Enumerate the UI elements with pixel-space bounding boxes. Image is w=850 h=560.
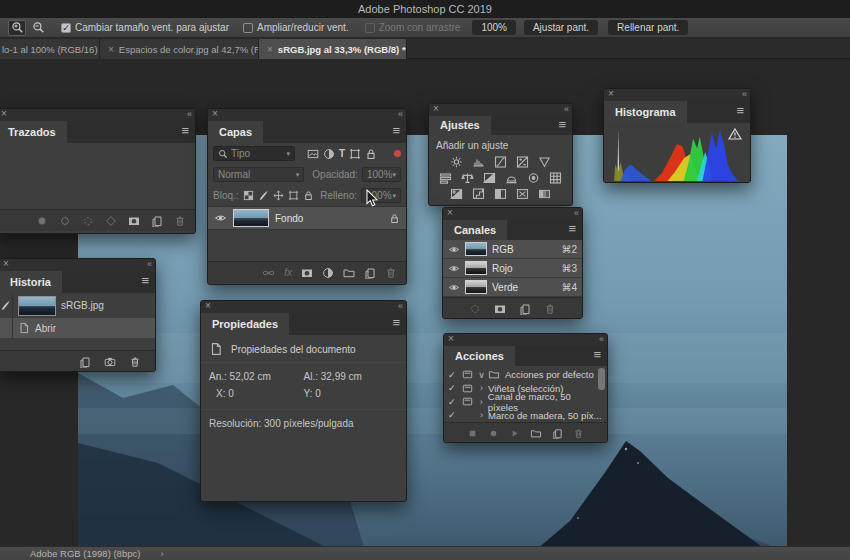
new-layer-icon[interactable] [364, 267, 376, 279]
adjustment-threshold-icon[interactable] [493, 188, 508, 200]
tab-historia[interactable]: Historia [0, 271, 62, 293]
chevron-right-icon[interactable]: › [475, 397, 488, 407]
collapse-icon[interactable]: « [398, 108, 402, 120]
delete-layer-icon[interactable] [385, 267, 397, 279]
channel-row-verde[interactable]: Verde ⌘4 [443, 278, 582, 297]
adjustment-hue-saturation-icon[interactable] [438, 172, 453, 184]
blend-mode-select[interactable]: Normal ▾ [213, 167, 304, 182]
zoom-in-tool-button[interactable] [8, 20, 26, 36]
begin-recording-icon[interactable] [488, 428, 499, 439]
new-action-set-icon[interactable] [530, 428, 542, 439]
panel-menu-icon[interactable]: ≡ [392, 121, 400, 141]
add-layer-mask-icon[interactable] [301, 267, 313, 279]
lock-all-icon[interactable] [303, 190, 314, 201]
document-tab-2[interactable]: × Espacios de color.jpg al 42,7% (RGB/8) [100, 39, 259, 59]
history-brush-icon[interactable] [0, 293, 13, 318]
new-snapshot-icon[interactable] [104, 356, 116, 368]
adjustment-vibrance-icon[interactable] [537, 156, 552, 168]
checkbox-unchecked-icon[interactable] [243, 23, 253, 33]
zoom-out-tool-button[interactable] [29, 20, 47, 36]
panel-menu-icon[interactable]: ≡ [558, 116, 566, 133]
tab-trazados[interactable]: Trazados [0, 121, 67, 143]
layer-row-fondo[interactable]: Fondo [208, 206, 406, 230]
adjustment-posterize-icon[interactable] [471, 188, 486, 200]
stroke-path-icon[interactable] [59, 215, 71, 227]
lock-position-icon[interactable] [273, 190, 284, 201]
stop-playing-icon[interactable] [467, 428, 478, 439]
close-icon[interactable]: × [212, 108, 218, 120]
actions-scrollbar[interactable] [598, 368, 605, 390]
adjustment-black-white-icon[interactable] [482, 172, 497, 184]
collapse-icon[interactable]: « [147, 258, 151, 270]
resize-windows-option[interactable]: ✓ Cambiar tamaño vent. para ajustar [61, 22, 229, 33]
filter-toggle-icon[interactable] [394, 150, 401, 157]
adjustment-curves-icon[interactable] [493, 156, 508, 168]
history-item-snapshot[interactable]: sRGB.jpg [0, 293, 155, 318]
adjustment-invert-icon[interactable] [449, 188, 464, 200]
filter-shape-layers-icon[interactable] [349, 148, 361, 160]
save-selection-as-channel-icon[interactable] [494, 303, 506, 315]
snapshot-thumbnail[interactable] [18, 296, 56, 316]
panel-menu-icon[interactable]: ≡ [593, 346, 601, 364]
new-channel-icon[interactable] [519, 303, 531, 315]
layer-visibility-eye-icon[interactable] [214, 212, 227, 224]
lock-artboard-icon[interactable] [288, 190, 299, 201]
close-icon[interactable]: × [3, 258, 9, 270]
history-item-open[interactable]: Abrir [0, 318, 155, 338]
adjustment-color-balance-icon[interactable] [460, 172, 475, 184]
channel-row-rojo[interactable]: Rojo ⌘3 [443, 259, 582, 278]
panel-menu-icon[interactable]: ≡ [181, 121, 189, 141]
tab-ajustes[interactable]: Ajustes [429, 116, 491, 135]
delete-action-icon[interactable] [573, 428, 584, 439]
layer-filter-type-select[interactable]: Tipo ▾ [213, 146, 295, 161]
collapse-icon[interactable]: « [599, 333, 603, 345]
collapse-icon[interactable]: « [398, 300, 402, 312]
channel-visibility-eye-icon[interactable] [448, 263, 460, 274]
panel-menu-icon[interactable]: ≡ [392, 313, 400, 333]
filter-adjustment-layers-icon[interactable] [323, 148, 335, 160]
channel-row-rgb[interactable]: RGB ⌘2 [443, 240, 582, 259]
close-icon[interactable]: × [608, 88, 614, 100]
load-selection-icon[interactable] [82, 215, 94, 227]
new-adjustment-layer-icon[interactable] [322, 267, 334, 279]
close-icon[interactable]: × [433, 103, 439, 115]
tab-canales[interactable]: Canales [443, 220, 507, 240]
action-row-marco-madera[interactable]: ✓ › Marco de madera, 50 píx... [444, 409, 607, 423]
delete-channel-icon[interactable] [544, 303, 556, 315]
adjustment-levels-icon[interactable] [471, 156, 486, 168]
close-icon[interactable]: × [447, 207, 453, 219]
tab-histograma[interactable]: Histograma [604, 101, 687, 123]
play-action-icon[interactable] [509, 428, 520, 439]
new-document-from-state-icon[interactable] [79, 356, 91, 368]
lock-transparency-icon[interactable] [243, 190, 254, 201]
link-layers-icon[interactable] [262, 267, 275, 279]
opacity-select[interactable]: 100% ▾ [362, 167, 401, 182]
dialog-toggle-icon[interactable] [460, 383, 475, 394]
close-icon[interactable]: × [1, 108, 7, 120]
check-icon[interactable]: ✓ [448, 410, 460, 420]
adjustment-exposure-icon[interactable] [515, 156, 530, 168]
filter-smart-objects-icon[interactable] [365, 148, 377, 160]
document-tab-3-active[interactable]: × sRGB.jpg al 33,3% (RGB/8) * [259, 39, 407, 59]
fit-screen-button[interactable]: Ajustar pant. [524, 20, 598, 35]
panel-menu-icon[interactable]: ≡ [568, 220, 576, 238]
dialog-toggle-icon[interactable] [460, 369, 475, 380]
panel-menu-icon[interactable]: ≡ [141, 271, 149, 291]
path-from-selection-icon[interactable] [105, 215, 117, 227]
chevron-down-icon[interactable]: ∨ [475, 370, 488, 380]
channel-thumbnail[interactable] [465, 261, 487, 275]
checkbox-checked-icon[interactable]: ✓ [61, 23, 71, 33]
tab-capas[interactable]: Capas [208, 121, 263, 143]
load-channel-selection-icon[interactable] [469, 303, 481, 315]
lock-paint-icon[interactable] [258, 190, 269, 201]
filter-type-layers-icon[interactable]: T [339, 148, 345, 159]
channel-thumbnail[interactable] [465, 280, 487, 294]
check-icon[interactable]: ✓ [448, 397, 460, 407]
channel-visibility-eye-icon[interactable] [448, 282, 460, 293]
collapse-icon[interactable]: « [187, 108, 191, 120]
fill-path-icon[interactable] [36, 215, 48, 227]
new-action-icon[interactable] [552, 428, 563, 439]
close-icon[interactable]: × [205, 300, 211, 312]
check-icon[interactable]: ✓ [448, 370, 460, 380]
check-icon[interactable]: ✓ [448, 383, 460, 393]
